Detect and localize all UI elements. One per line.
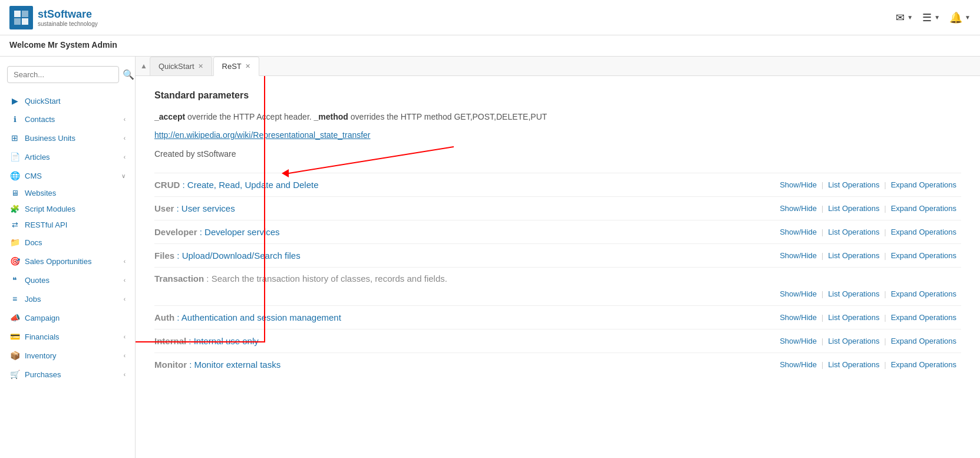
files-title: Files : Upload/Download/Search files [154,251,775,261]
sidebar-item-cms[interactable]: 🌐 CMS ∨ [0,166,135,185]
business-units-icon: ⊞ [9,133,20,143]
bell-icon: 🔔 [949,11,962,24]
developer-expand-ops[interactable]: Expand Operations [886,226,961,238]
cms-caret: ∨ [121,173,126,179]
main-layout: 🔍 ▶ QuickStart ℹ Contacts ‹ ⊞ Business U… [0,57,980,458]
developer-list-ops[interactable]: List Operations [823,226,884,238]
tab-quickstart-close[interactable]: ✕ [198,63,203,70]
header-right: ✉ ▼ ☰ ▼ 🔔 ▼ [896,11,971,24]
tab-rest[interactable]: ReST ✕ [213,57,259,76]
param-method: _method [314,112,348,121]
monitor-show-hide[interactable]: Show/Hide [775,359,821,370]
param-line: _accept override the HTTP Accept header.… [154,110,961,123]
transaction-show-hide[interactable]: Show/Hide [775,288,821,299]
internal-expand-ops[interactable]: Expand Operations [886,335,961,347]
crud-show-hide[interactable]: Show/Hide [775,179,821,190]
quickstart-icon: ▶ [9,96,20,106]
email-icon: ✉ [896,11,905,24]
restful-api-icon: ⇄ [9,220,20,229]
sidebar-item-contacts[interactable]: ℹ Contacts ‹ [0,110,135,128]
crud-title: CRUD : Create, Read, Update and Delete [154,180,775,190]
monitor-expand-ops[interactable]: Expand Operations [886,359,961,370]
logo-text: stSoftware sustainable technology [38,8,98,27]
sidebar-item-purchases[interactable]: 🛒 Purchases ‹ [0,365,135,384]
financials-icon: 💳 [9,332,20,341]
menu-caret: ▼ [934,14,940,21]
param-method-desc: overrides the HTTP method GET,POST,DELET… [351,112,547,121]
sidebar-item-label: Articles [25,153,119,162]
files-show-hide[interactable]: Show/Hide [775,250,821,261]
jobs-caret: ‹ [124,296,126,302]
api-row-crud: CRUD : Create, Read, Update and Delete S… [154,173,961,196]
developer-actions: Show/Hide | List Operations | Expand Ope… [775,226,961,238]
user-expand-ops[interactable]: Expand Operations [886,203,961,214]
sidebar-item-label: Purchases [25,370,119,379]
transaction-actions: Show/Hide | List Operations | Expand Ope… [154,288,961,299]
sales-caret: ‹ [124,258,126,265]
bell-caret: ▼ [965,14,971,21]
tab-rest-close[interactable]: ✕ [245,63,250,70]
created-by: Created by stSoftware [154,149,961,159]
sidebar-item-docs[interactable]: 📁 Docs [0,233,135,252]
tab-scroll-up[interactable]: ▲ [138,58,150,74]
sidebar-item-quickstart[interactable]: ▶ QuickStart [0,91,135,110]
sales-icon: 🎯 [9,256,20,266]
transaction-title: Transaction : Search the transaction his… [154,274,961,284]
auth-list-ops[interactable]: List Operations [823,312,884,323]
sidebar-item-sales-opportunities[interactable]: 🎯 Sales Opportunities ‹ [0,252,135,271]
files-list-ops[interactable]: List Operations [823,250,884,261]
auth-title: Auth : Authentication and session manage… [154,312,775,322]
crud-expand-ops[interactable]: Expand Operations [886,179,961,190]
sidebar-item-inventory[interactable]: 📦 Inventory ‹ [0,346,135,365]
wiki-link[interactable]: http://en.wikipedia.org/wiki/Representat… [154,130,961,140]
sidebar-item-websites[interactable]: 🖥 Websites [0,185,135,201]
email-icon-btn[interactable]: ✉ ▼ [896,11,913,24]
sidebar-item-jobs[interactable]: ≡ Jobs ‹ [0,289,135,308]
developer-show-hide[interactable]: Show/Hide [775,226,821,238]
quotes-caret: ‹ [124,277,126,284]
quotes-icon: ❝ [9,275,20,285]
sidebar-item-label: Business Units [25,134,119,143]
sidebar-item-quotes[interactable]: ❝ Quotes ‹ [0,271,135,289]
sidebar: 🔍 ▶ QuickStart ℹ Contacts ‹ ⊞ Business U… [0,57,136,458]
crud-list-ops[interactable]: List Operations [823,179,884,190]
api-sections: CRUD : Create, Read, Update and Delete S… [154,173,961,376]
internal-title: Internal : Internal use only [154,336,775,346]
svg-rect-2 [14,18,21,25]
campaign-icon: 📣 [9,313,20,322]
sidebar-item-script-modules[interactable]: 🧩 Script Modules [0,201,135,217]
search-button[interactable]: 🔍 [123,69,134,80]
cms-icon: 🌐 [9,171,20,180]
transaction-expand-ops[interactable]: Expand Operations [886,288,961,299]
auth-expand-ops[interactable]: Expand Operations [886,312,961,323]
developer-title: Developer : Developer services [154,227,775,237]
business-units-caret: ‹ [124,135,126,141]
tabs-bar: ▲ QuickStart ✕ ReST ✕ [136,57,980,76]
internal-show-hide[interactable]: Show/Hide [775,335,821,347]
search-input[interactable] [7,66,119,83]
user-show-hide[interactable]: Show/Hide [775,203,821,214]
user-list-ops[interactable]: List Operations [823,203,884,214]
inventory-icon: 📦 [9,351,20,360]
crud-actions: Show/Hide | List Operations | Expand Ope… [775,179,961,190]
auth-show-hide[interactable]: Show/Hide [775,312,821,323]
sidebar-item-restful-api[interactable]: ⇄ RESTful API [0,217,135,233]
api-row-files: Files : Upload/Download/Search files Sho… [154,243,961,267]
sidebar-item-label: Quotes [25,276,119,285]
sidebar-item-financials[interactable]: 💳 Financials ‹ [0,327,135,346]
sidebar-item-business-units[interactable]: ⊞ Business Units ‹ [0,128,135,147]
menu-icon-btn[interactable]: ☰ ▼ [922,11,940,24]
internal-list-ops[interactable]: List Operations [823,335,884,347]
sidebar-item-articles[interactable]: 📄 Articles ‹ [0,147,135,166]
monitor-title: Monitor : Monitor external tasks [154,360,775,370]
sidebar-item-label: Inventory [25,351,119,360]
auth-actions: Show/Hide | List Operations | Expand Ope… [775,312,961,323]
transaction-list-ops[interactable]: List Operations [823,288,884,299]
files-expand-ops[interactable]: Expand Operations [886,250,961,261]
files-actions: Show/Hide | List Operations | Expand Ope… [775,250,961,261]
api-row-auth: Auth : Authentication and session manage… [154,305,961,329]
sidebar-item-campaign[interactable]: 📣 Campaign [0,308,135,327]
notification-icon-btn[interactable]: 🔔 ▼ [949,11,971,24]
monitor-list-ops[interactable]: List Operations [823,359,884,370]
tab-quickstart[interactable]: QuickStart ✕ [150,57,212,75]
